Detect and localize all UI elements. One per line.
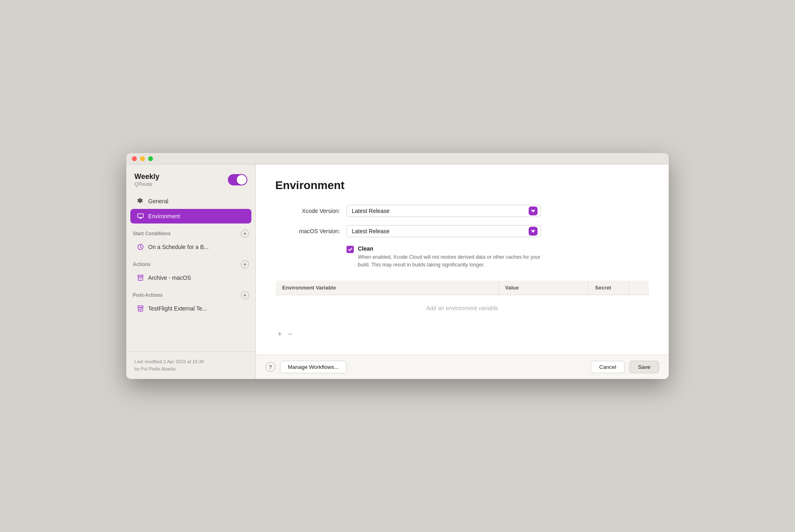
sidebar-item-archive-macos[interactable]: Archive - macOS bbox=[130, 270, 251, 285]
col-variable: Environment Variable bbox=[276, 280, 499, 295]
sidebar-item-environment[interactable]: Environment bbox=[130, 209, 251, 223]
testflight-label: TestFlight External Te... bbox=[148, 305, 207, 312]
clean-checkbox[interactable] bbox=[346, 246, 354, 253]
svg-rect-0 bbox=[138, 214, 143, 217]
sidebar: Weekly QReate General bbox=[126, 164, 256, 379]
env-empty-row: Add an environment variable bbox=[276, 295, 649, 321]
testflight-icon bbox=[137, 305, 144, 312]
help-button[interactable]: ? bbox=[266, 362, 275, 372]
section-start-conditions: Start Conditions + bbox=[126, 224, 255, 239]
add-action-button[interactable]: + bbox=[241, 260, 249, 268]
env-variables-table: Environment Variable Value Secret Add an… bbox=[275, 280, 649, 321]
svg-rect-3 bbox=[138, 277, 143, 281]
xcode-version-label: Xcode Version: bbox=[275, 208, 340, 214]
workflow-subtitle: QReate bbox=[134, 181, 159, 187]
modified-by: by Pol Piella Abadia bbox=[134, 366, 247, 372]
schedule-label: On a Schedule for a B... bbox=[148, 244, 208, 250]
window-body: Weekly QReate General bbox=[126, 164, 669, 379]
xcode-version-select[interactable]: Latest Release Xcode 14.3 Xcode 14.2 Xco… bbox=[346, 205, 541, 217]
save-button[interactable]: Save bbox=[629, 361, 659, 373]
macos-version-label: macOS Version: bbox=[275, 228, 340, 234]
manage-workflows-button[interactable]: Manage Workflows... bbox=[280, 361, 346, 373]
section-post-actions: Post-Actions + bbox=[126, 285, 255, 301]
sidebar-item-schedule[interactable]: On a Schedule for a B... bbox=[130, 240, 251, 254]
add-start-condition-button[interactable]: + bbox=[241, 230, 249, 238]
clean-description: When enabled, Xcode Cloud will not resto… bbox=[358, 253, 552, 269]
clean-row: Clean When enabled, Xcode Cloud will not… bbox=[346, 245, 649, 269]
env-table-body: Add an environment variable bbox=[276, 295, 649, 321]
sidebar-item-testflight[interactable]: TestFlight External Te... bbox=[130, 301, 251, 316]
sidebar-environment-label: Environment bbox=[148, 213, 180, 219]
col-action bbox=[629, 280, 649, 295]
post-actions-label: Post-Actions bbox=[133, 292, 163, 298]
page-title: Environment bbox=[275, 179, 649, 192]
close-button[interactable] bbox=[132, 156, 137, 161]
main-content: Environment Xcode Version: Latest Releas… bbox=[256, 164, 669, 379]
add-post-action-button[interactable]: + bbox=[241, 291, 249, 299]
minimize-button[interactable] bbox=[140, 156, 145, 161]
xcode-version-select-wrapper: Latest Release Xcode 14.3 Xcode 14.2 Xco… bbox=[346, 205, 541, 217]
sidebar-header: Weekly QReate bbox=[126, 164, 255, 194]
monitor-icon bbox=[137, 213, 144, 220]
workflow-title-group: Weekly QReate bbox=[134, 172, 159, 187]
remove-variable-button[interactable]: − bbox=[286, 330, 295, 338]
clean-label: Clean bbox=[358, 245, 552, 252]
workflow-name: Weekly bbox=[134, 172, 159, 181]
xcode-version-row: Xcode Version: Latest Release Xcode 14.3… bbox=[275, 205, 649, 217]
maximize-button[interactable] bbox=[148, 156, 153, 161]
archive-macos-label: Archive - macOS bbox=[148, 275, 191, 281]
sidebar-item-general[interactable]: General bbox=[130, 194, 251, 209]
col-value: Value bbox=[498, 280, 588, 295]
sidebar-content: General Environment Start Conditions bbox=[126, 194, 255, 351]
actions-label: Actions bbox=[133, 262, 151, 267]
cancel-button[interactable]: Cancel bbox=[591, 361, 625, 373]
clean-label-group: Clean When enabled, Xcode Cloud will not… bbox=[358, 245, 552, 269]
modified-text: Last modified 2 Apr 2023 at 15:30 bbox=[134, 358, 247, 365]
archive-icon bbox=[137, 274, 144, 281]
clock-icon bbox=[137, 243, 144, 251]
main-inner: Environment Xcode Version: Latest Releas… bbox=[256, 164, 669, 355]
col-secret: Secret bbox=[589, 280, 629, 295]
sidebar-general-label: General bbox=[148, 198, 168, 204]
main-footer: ? Manage Workflows... Cancel Save bbox=[256, 355, 669, 379]
env-empty-label: Add an environment variable bbox=[276, 295, 649, 321]
table-controls: + − bbox=[275, 328, 649, 340]
start-conditions-label: Start Conditions bbox=[133, 231, 170, 236]
window-chrome bbox=[126, 153, 669, 164]
workflow-toggle[interactable] bbox=[228, 174, 247, 185]
macos-version-row: macOS Version: Latest Release macOS 13 m… bbox=[275, 225, 649, 237]
main-window: Weekly QReate General bbox=[126, 153, 669, 379]
section-actions: Actions + bbox=[126, 255, 255, 270]
gear-icon bbox=[137, 198, 144, 205]
sidebar-footer: Last modified 2 Apr 2023 at 15:30 by Pol… bbox=[126, 351, 255, 379]
macos-version-select[interactable]: Latest Release macOS 13 macOS 12 macOS 1… bbox=[346, 225, 541, 237]
add-variable-button[interactable]: + bbox=[275, 330, 284, 338]
env-table-header: Environment Variable Value Secret bbox=[276, 280, 649, 295]
macos-version-select-wrapper: Latest Release macOS 13 macOS 12 macOS 1… bbox=[346, 225, 541, 237]
